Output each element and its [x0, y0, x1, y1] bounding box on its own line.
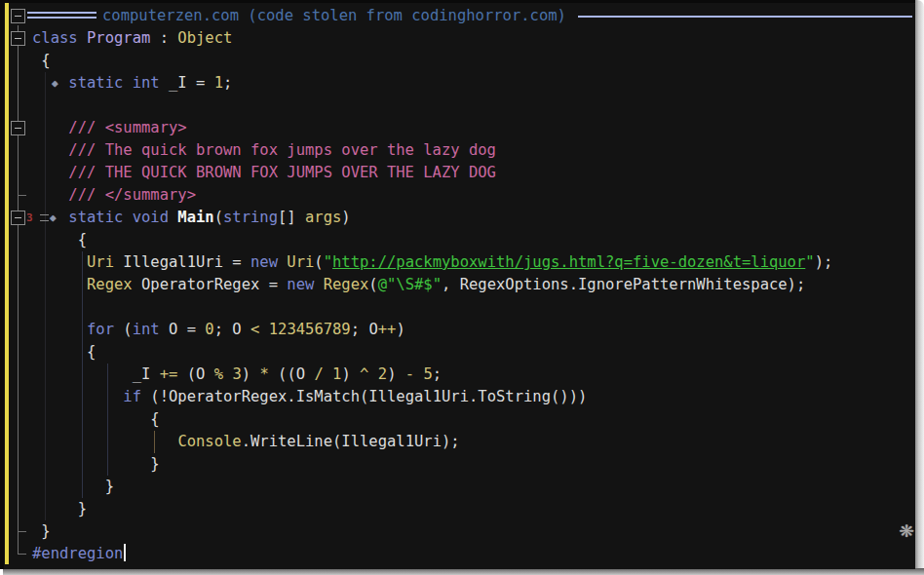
code-line-17[interactable]: _I += (O % 3) * ((O / 1) ^ 2) - 5; [133, 364, 924, 386]
region-collapsed-rule [27, 12, 96, 19]
code-token: ; O [214, 321, 250, 338]
code-line-25[interactable]: #endregion [32, 543, 924, 565]
code-token: .WriteLine(Illegal1Uri); [242, 433, 460, 450]
code-line-21[interactable]: } [150, 453, 924, 476]
code-token: Uri [87, 253, 114, 271]
code-token: Regex [87, 276, 133, 293]
code-line-2[interactable]: class Program : Object [32, 27, 924, 50]
code-token: @"\S#$" [378, 276, 442, 293]
indent-guide-line [82, 251, 83, 498]
code-token: #endregion [32, 545, 123, 562]
watermark-starburst-icon: ❋ [893, 516, 920, 543]
code-token: } [78, 500, 87, 518]
code-line-11[interactable]: { [78, 229, 924, 251]
code-token [169, 209, 177, 226]
code-token: void [133, 209, 169, 226]
region-header-text: computerzen.com (code stolen from coding… [102, 5, 566, 27]
code-editor[interactable]: 3◆◆ computerzen.com (code stolen from co… [0, 0, 915, 569]
code-token: ) [396, 321, 404, 338]
code-token: ) [387, 365, 405, 383]
fold-toggle[interactable] [11, 31, 25, 46]
code-token [123, 209, 132, 226]
code-token [278, 253, 287, 271]
code-line-18[interactable]: if (!OperatorRegex.IsMatch(Illegal1Uri.T… [123, 386, 924, 408]
code-token: { [41, 52, 50, 69]
code-line-19[interactable]: { [150, 408, 924, 431]
fold-toggle[interactable] [11, 9, 25, 23]
code-token: ( [368, 276, 377, 293]
code-token: args [305, 209, 341, 226]
text-caret [124, 544, 126, 561]
code-line-8[interactable]: /// THE QUICK BROWN FOX JUMPS OVER THE L… [68, 162, 924, 184]
fold-minus-icon [15, 128, 21, 129]
fold-toggle[interactable] [11, 211, 25, 225]
code-token: ) [341, 209, 350, 226]
code-token: ; [433, 365, 442, 383]
code-token [123, 74, 132, 92]
indent-guide-line [45, 72, 46, 520]
code-line-12[interactable]: Uri Illegal1Uri = new Uri("http://packmy… [87, 251, 924, 274]
indent-guide-line [107, 364, 108, 476]
code-token: 123456789 [269, 321, 351, 338]
code-line-15[interactable]: for (int O = 0; O < 123456789; O++) [87, 319, 924, 341]
code-token [414, 365, 423, 383]
code-line-1[interactable]: computerzen.com (code stolen from coding… [0, 5, 915, 27]
code-token: " [805, 253, 814, 271]
code-token: if [123, 388, 141, 405]
code-token: ; O [351, 321, 378, 338]
code-token: , RegexOptions.IgnorePatternWhitespace); [442, 276, 805, 293]
code-token [324, 365, 332, 383]
code-line-5[interactable] [32, 95, 924, 117]
change-tracking-bar [5, 3, 9, 564]
fold-toggle[interactable] [11, 121, 25, 135]
bookmark-diamond-icon: ◆ [50, 212, 57, 223]
code-token: _I = [160, 74, 214, 92]
code-token: 2 [378, 365, 387, 383]
code-token: /// </summary> [68, 186, 196, 204]
code-line-7[interactable]: /// The quick brown fox jumps over the l… [68, 139, 924, 162]
code-line-23[interactable]: } [78, 498, 924, 520]
code-token: * [259, 365, 268, 383]
code-token: - [405, 365, 414, 383]
code-line-22[interactable]: } [105, 476, 924, 498]
code-token: Illegal1Uri = [114, 253, 250, 271]
code-token [259, 321, 268, 338]
code-line-16[interactable]: { [87, 341, 924, 364]
bookmark-diamond-icon: ◆ [52, 78, 58, 89]
code-token: int [133, 74, 160, 92]
code-token: Uri [287, 253, 314, 271]
code-token: (O [177, 365, 213, 383]
code-token: { [87, 343, 96, 361]
code-token: static [68, 209, 123, 226]
code-line-10[interactable]: static void Main(string[] args) [68, 207, 924, 229]
fold-guide-line [18, 25, 19, 554]
code-token: for [87, 321, 114, 338]
code-token: " [324, 253, 332, 271]
code-token: Object [177, 29, 232, 47]
code-token: static [68, 74, 123, 92]
code-token: class [32, 29, 78, 47]
code-token: new [287, 276, 314, 293]
code-line-20[interactable]: Console.WriteLine(Illegal1Uri); [177, 431, 924, 453]
code-line-3[interactable]: { [41, 50, 924, 72]
code-token: Main [177, 209, 213, 226]
code-token: 0 [205, 321, 213, 338]
screenshot-page: 3◆◆ computerzen.com (code stolen from co… [0, 0, 924, 575]
code-token: O = [160, 321, 206, 338]
code-line-24[interactable]: } [41, 520, 924, 543]
code-token: ( [114, 321, 133, 338]
code-token: : [150, 29, 177, 47]
indent-guide-line [154, 431, 155, 453]
code-token: /// The quick brown fox jumps over the l… [68, 141, 496, 159]
code-line-4[interactable]: static int _I = 1; [68, 72, 924, 95]
code-token: 1 [214, 74, 223, 92]
code-line-9[interactable]: /// </summary> [68, 184, 924, 207]
code-line-14[interactable] [32, 296, 924, 319]
code-token: http://packmyboxwith/jugs.html?q=five-do… [332, 253, 805, 271]
code-line-13[interactable]: Regex OperatorRegex = new Regex(@"\S#$",… [87, 274, 924, 296]
code-token: ++ [378, 321, 397, 338]
code-token: (!OperatorRegex.IsMatch(Illegal1Uri.ToSt… [141, 388, 587, 405]
code-line-6[interactable]: /// <summary> [68, 117, 924, 139]
code-token [223, 365, 232, 383]
code-token: _I [133, 365, 160, 383]
